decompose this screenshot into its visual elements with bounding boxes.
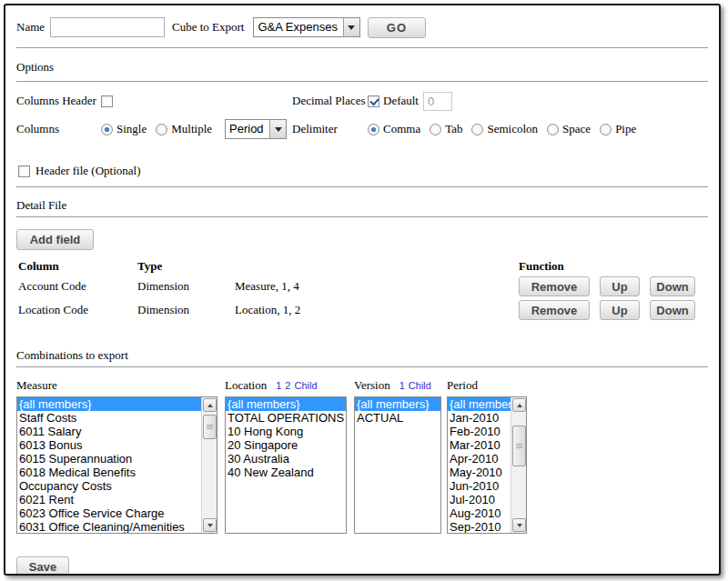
save-button[interactable]: Save xyxy=(16,556,69,576)
list-item[interactable]: 30 Australia xyxy=(226,452,346,466)
dropdown-arrow-icon[interactable] xyxy=(343,18,359,36)
list-item[interactable]: 6031 Office Cleaning/Amenities xyxy=(17,520,201,534)
list-item[interactable]: Apr-2010 xyxy=(448,452,511,466)
list-item[interactable]: Occupancy Costs xyxy=(17,479,201,493)
list-item[interactable]: Mar-2010 xyxy=(448,438,511,452)
delimiter-radio-tab[interactable] xyxy=(430,124,441,135)
list-item[interactable]: Jul-2010 xyxy=(448,493,511,506)
cube-export-window: Name Cube to Export G&A Expenses GO Opti… xyxy=(4,4,721,576)
down-button[interactable]: Down xyxy=(650,300,695,320)
delimiter-option-tab[interactable]: Tab xyxy=(430,122,462,136)
multiple-radio[interactable] xyxy=(156,124,167,135)
list-item[interactable]: TOTAL OPERATIONS xyxy=(226,411,346,425)
up-button[interactable]: Up xyxy=(600,276,640,296)
row-detail-value: Measure, 1, 4 xyxy=(235,279,519,294)
cube-select-value: G&A Expenses xyxy=(254,18,342,36)
measure-listbox[interactable]: {all members}Staff Costs6011 Salary6013 … xyxy=(16,396,217,534)
period-listbox[interactable]: {all members}Jan-2010Feb-2010Mar-2010Apr… xyxy=(447,396,527,534)
delimiter-radio-pipe[interactable] xyxy=(600,124,612,135)
multiple-dimension-select[interactable]: Period xyxy=(225,119,287,139)
multiple-select-value: Period xyxy=(226,120,269,138)
default-label: Default xyxy=(383,94,419,108)
list-item[interactable]: 6013 Bonus xyxy=(17,438,201,452)
header-file-checkbox[interactable] xyxy=(18,165,30,177)
columns-multiple-option[interactable]: Multiple xyxy=(156,122,212,136)
measure-scrollbar[interactable] xyxy=(201,397,217,533)
location-link-2[interactable]: 2 xyxy=(285,380,290,391)
scroll-thumb[interactable] xyxy=(512,426,526,466)
delimiter-option-semicolon[interactable]: Semicolon xyxy=(471,122,538,136)
list-item[interactable]: 6011 Salary xyxy=(17,425,201,438)
list-item[interactable]: 40 New Zealand xyxy=(226,466,346,479)
version-list-header: Version1Child xyxy=(354,378,441,395)
scroll-thumb[interactable] xyxy=(203,415,217,439)
go-button[interactable]: GO xyxy=(368,17,426,38)
list-item[interactable]: 6015 Superannuation xyxy=(17,452,201,466)
columns-header-label: Columns Header xyxy=(16,94,101,108)
combinations-lists: Measure{all members}Staff Costs6011 Sala… xyxy=(16,378,708,534)
list-item[interactable]: 20 Singapore xyxy=(226,438,346,452)
delimiter-radio-semicolon[interactable] xyxy=(471,124,483,135)
detail-file-heading: Detail File xyxy=(16,198,708,213)
list-item[interactable]: {all members} xyxy=(226,397,346,411)
detail-table-header: Column Type Function xyxy=(16,258,708,275)
version-link-child[interactable]: Child xyxy=(409,380,431,391)
remove-button[interactable]: Remove xyxy=(519,276,590,296)
delimiter-option-space[interactable]: Space xyxy=(547,122,591,136)
divider xyxy=(16,47,708,48)
list-item[interactable]: 6018 Medical Benefits xyxy=(17,466,201,479)
down-button[interactable]: Down xyxy=(650,276,695,296)
divider xyxy=(16,366,708,367)
period-scrollbar[interactable] xyxy=(511,397,526,533)
row-column-value: Location Code xyxy=(16,303,137,317)
list-item[interactable]: {all members} xyxy=(17,397,201,411)
list-item[interactable]: Feb-2010 xyxy=(448,425,511,438)
remove-button[interactable]: Remove xyxy=(519,300,590,320)
list-item[interactable]: 10 Hong Kong xyxy=(226,425,346,438)
default-checkbox[interactable] xyxy=(368,95,379,107)
dropdown-arrow-icon[interactable] xyxy=(269,120,286,138)
scroll-down-icon[interactable] xyxy=(512,518,526,532)
delimiter-radio-comma[interactable] xyxy=(368,124,379,135)
single-label: Single xyxy=(116,122,147,136)
list-item[interactable]: Sep-2010 xyxy=(448,520,511,534)
list-item[interactable]: {all members} xyxy=(355,397,440,411)
list-item[interactable]: {all members} xyxy=(448,397,511,411)
location-link-1[interactable]: 1 xyxy=(276,380,281,391)
cube-select[interactable]: G&A Expenses xyxy=(253,17,359,37)
delimiter-radio-space[interactable] xyxy=(547,124,559,135)
list-item[interactable]: Jun-2010 xyxy=(448,479,511,493)
scroll-up-icon[interactable] xyxy=(512,398,526,412)
columns-header-checkbox[interactable] xyxy=(101,95,113,107)
divider xyxy=(16,81,708,82)
scroll-down-icon[interactable] xyxy=(203,518,217,532)
list-item[interactable]: May-2010 xyxy=(448,466,511,479)
name-input[interactable] xyxy=(50,17,165,37)
detail-table-rows: Account CodeDimensionMeasure, 1, 4Remove… xyxy=(16,275,708,322)
table-row: Account CodeDimensionMeasure, 1, 4Remove… xyxy=(16,275,708,298)
location-link-child[interactable]: Child xyxy=(294,380,317,391)
delimiter-option-comma[interactable]: Comma xyxy=(368,122,420,136)
list-item[interactable]: 6021 Rent xyxy=(17,493,201,506)
delimiter-label: Delimiter xyxy=(292,122,368,136)
list-item[interactable]: 6023 Office Service Charge xyxy=(17,506,201,520)
location-listbox[interactable]: {all members}TOTAL OPERATIONS10 Hong Kon… xyxy=(225,396,347,534)
scroll-up-icon[interactable] xyxy=(203,398,217,412)
header-file-row: Header file (Optional) xyxy=(16,163,708,179)
list-item[interactable]: Aug-2010 xyxy=(448,506,511,520)
single-radio[interactable] xyxy=(101,124,113,135)
row-type-value: Dimension xyxy=(137,279,235,294)
list-item[interactable]: Jan-2010 xyxy=(448,411,511,425)
version-link-1[interactable]: 1 xyxy=(399,380,405,391)
up-button[interactable]: Up xyxy=(600,300,640,320)
list-item[interactable]: Staff Costs xyxy=(17,411,201,425)
multiple-label: Multiple xyxy=(171,122,212,136)
delimiter-option-pipe[interactable]: Pipe xyxy=(600,122,636,136)
function-header: Function xyxy=(519,259,708,274)
add-field-button[interactable]: Add field xyxy=(16,229,94,250)
version-listbox[interactable]: {all members}ACTUAL xyxy=(354,396,441,534)
delimiter-option-label: Pipe xyxy=(615,122,636,136)
period-label: Period xyxy=(447,378,478,393)
columns-single-option[interactable]: Single xyxy=(101,122,147,136)
list-item[interactable]: ACTUAL xyxy=(355,411,440,425)
